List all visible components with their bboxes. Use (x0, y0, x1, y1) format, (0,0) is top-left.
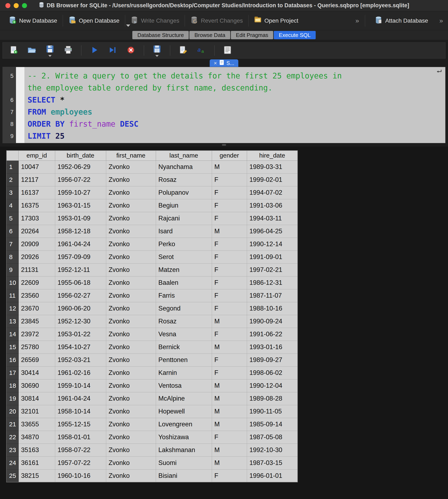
cell-emp_id[interactable]: 16375 (18, 199, 55, 212)
cell-hire_date[interactable]: 1989-09-27 (247, 353, 298, 366)
cell-first_name[interactable]: Zvonko (106, 238, 156, 250)
cell-birth_date[interactable]: 1958-12-18 (55, 225, 106, 238)
cell-emp_id[interactable]: 12117 (18, 173, 55, 186)
open-project-button[interactable]: Open Project (249, 14, 304, 28)
cell-gender[interactable]: F (212, 173, 247, 186)
row-number[interactable]: 7 (6, 238, 18, 250)
tab-edit-pragmas[interactable]: Edit Pragmas (231, 31, 273, 39)
cell-emp_id[interactable]: 25780 (18, 341, 55, 353)
cell-birth_date[interactable]: 1952-12-30 (55, 315, 106, 328)
cell-hire_date[interactable]: 1991-06-22 (247, 328, 298, 341)
cell-gender[interactable]: M (212, 418, 247, 431)
cell-birth_date[interactable]: 1955-06-18 (55, 276, 106, 289)
cell-birth_date[interactable]: 1961-02-16 (55, 366, 106, 379)
cell-birth_date[interactable]: 1956-02-27 (55, 289, 106, 302)
toolbar-overflow-button[interactable]: » (438, 17, 445, 24)
cell-birth_date[interactable]: 1952-06-29 (55, 160, 106, 173)
save-sql-file-button[interactable] (44, 44, 56, 57)
cell-gender[interactable]: F (212, 353, 247, 366)
cell-gender[interactable]: F (212, 431, 247, 444)
column-header-gender[interactable]: gender (212, 150, 247, 160)
cell-birth_date[interactable]: 1959-10-14 (55, 379, 106, 392)
cell-emp_id[interactable]: 33655 (18, 418, 55, 431)
row-number[interactable]: 8 (6, 250, 18, 263)
cell-last_name[interactable]: Nyanchama (156, 160, 212, 173)
cell-first_name[interactable]: Zvonko (106, 225, 156, 238)
cell-birth_date[interactable]: 1960-06-20 (55, 302, 106, 315)
cell-last_name[interactable]: Segond (156, 302, 212, 315)
cell-last_name[interactable]: Bernick (156, 341, 212, 353)
zoom-button[interactable] (22, 3, 27, 8)
cell-emp_id[interactable]: 20909 (18, 238, 55, 250)
cell-hire_date[interactable]: 1991-09-01 (247, 250, 298, 263)
cell-first_name[interactable]: Zvonko (106, 444, 156, 456)
cell-last_name[interactable]: Serot (156, 250, 212, 263)
cell-emp_id[interactable]: 32101 (18, 405, 55, 418)
cell-hire_date[interactable]: 1994-07-02 (247, 186, 298, 199)
row-number[interactable]: 17 (6, 366, 18, 379)
cell-last_name[interactable]: Rosaz (156, 173, 212, 186)
cell-last_name[interactable]: Perko (156, 238, 212, 250)
column-header-hire_date[interactable]: hire_date (247, 150, 298, 160)
row-number[interactable]: 5 (6, 212, 18, 225)
cell-emp_id[interactable]: 36161 (18, 456, 55, 469)
cell-gender[interactable]: M (212, 225, 247, 238)
row-number[interactable]: 4 (6, 199, 18, 212)
save-results-button[interactable] (151, 44, 163, 57)
cell-emp_id[interactable]: 35163 (18, 444, 55, 456)
tab-database-structure[interactable]: Database Structure (132, 31, 189, 39)
cell-hire_date[interactable]: 1996-04-25 (247, 225, 298, 238)
cell-first_name[interactable]: Zvonko (106, 379, 156, 392)
cell-last_name[interactable]: Isard (156, 225, 212, 238)
cell-emp_id[interactable]: 22609 (18, 276, 55, 289)
splitter[interactable] (0, 143, 448, 147)
row-number[interactable]: 19 (6, 392, 18, 405)
row-number[interactable]: 25 (6, 469, 18, 482)
cell-gender[interactable]: F (212, 469, 247, 482)
table-corner[interactable] (6, 150, 18, 160)
cell-last_name[interactable]: Suomi (156, 456, 212, 469)
cell-last_name[interactable]: Vesna (156, 328, 212, 341)
attach-database-button[interactable]: Attach Database (369, 14, 433, 28)
cell-gender[interactable]: M (212, 456, 247, 469)
show-log-button[interactable] (221, 45, 234, 56)
cell-first_name[interactable]: Zvonko (106, 199, 156, 212)
cell-first_name[interactable]: Zvonko (106, 160, 156, 173)
cell-last_name[interactable]: Ventosa (156, 379, 212, 392)
cell-emp_id[interactable]: 26569 (18, 353, 55, 366)
cell-gender[interactable]: F (212, 212, 247, 225)
row-number[interactable]: 18 (6, 379, 18, 392)
cell-emp_id[interactable]: 20264 (18, 225, 55, 238)
cell-birth_date[interactable]: 1961-04-24 (55, 238, 106, 250)
row-number[interactable]: 16 (6, 353, 18, 366)
cell-emp_id[interactable]: 10047 (18, 160, 55, 173)
cell-hire_date[interactable]: 1989-08-28 (247, 392, 298, 405)
row-number[interactable]: 20 (6, 405, 18, 418)
cell-gender[interactable]: F (212, 302, 247, 315)
row-number[interactable]: 22 (6, 431, 18, 444)
cell-first_name[interactable]: Zvonko (106, 392, 156, 405)
cell-birth_date[interactable]: 1952-12-11 (55, 263, 106, 276)
cell-gender[interactable]: M (212, 160, 247, 173)
cell-gender[interactable]: F (212, 276, 247, 289)
cell-hire_date[interactable]: 1990-11-05 (247, 405, 298, 418)
execute-current-line-button[interactable] (106, 45, 119, 56)
format-sql-button[interactable]: aa (195, 45, 208, 56)
column-header-birth_date[interactable]: birth_date (55, 150, 106, 160)
cell-hire_date[interactable]: 1986-12-31 (247, 276, 298, 289)
cell-first_name[interactable]: Zvonko (106, 328, 156, 341)
cell-gender[interactable]: M (212, 405, 247, 418)
row-number[interactable]: 24 (6, 456, 18, 469)
cell-last_name[interactable]: Polupanov (156, 186, 212, 199)
close-button[interactable] (5, 3, 10, 8)
cell-emp_id[interactable]: 23670 (18, 302, 55, 315)
row-number[interactable]: 13 (6, 315, 18, 328)
execute-all-button[interactable] (88, 45, 101, 56)
cell-hire_date[interactable]: 1999-02-01 (247, 173, 298, 186)
cell-hire_date[interactable]: 1997-02-21 (247, 263, 298, 276)
cell-first_name[interactable]: Zvonko (106, 250, 156, 263)
stop-execution-button[interactable] (125, 45, 137, 56)
cell-emp_id[interactable]: 16137 (18, 186, 55, 199)
cell-hire_date[interactable]: 1993-01-16 (247, 341, 298, 353)
cell-hire_date[interactable]: 1990-12-14 (247, 238, 298, 250)
